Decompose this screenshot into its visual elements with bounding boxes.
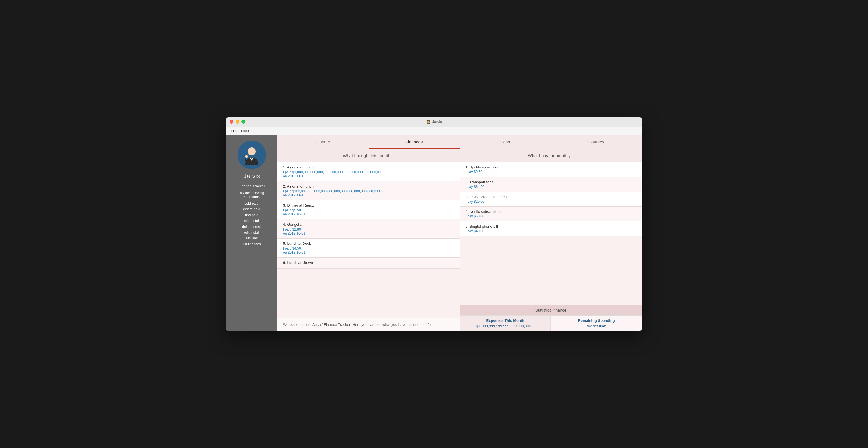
fullscreen-button[interactable] <box>242 120 245 124</box>
monthly-title: 2. Transport fees <box>466 180 637 184</box>
content-area: Planner Finances Ccas Courses What I bou… <box>277 135 642 331</box>
monthly-item: 2. Transport fees I pay $84.50 <box>460 177 642 192</box>
two-column-layout: What I bought this month... 1. Astons fo… <box>277 149 642 331</box>
remaining-value: try: set-limit <box>556 324 637 328</box>
tab-planner[interactable]: Planner <box>277 135 369 149</box>
cmd-add-paid: add-paid <box>242 201 261 206</box>
item-title: 2. Astons for lunch <box>283 184 454 188</box>
list-item: 6. Lunch at Utown <box>277 258 460 269</box>
item-sub: I paid $4.50 <box>283 247 454 251</box>
monthly-sub: I pay $9.50 <box>466 170 637 174</box>
main-layout: Jarvis Finance Tracker Try the following… <box>226 135 642 331</box>
left-column: What I bought this month... 1. Astons fo… <box>277 149 460 331</box>
tab-ccas[interactable]: Ccas <box>460 135 551 149</box>
monthly-item: 4. Netflix subscription I pay $60.00 <box>460 206 642 221</box>
item-date: on 2019-11-15 <box>283 174 454 178</box>
sidebar-commands: add-paid delete-paid find-paid add-insta… <box>242 201 261 247</box>
list-item: 5. Lunch at Deck I paid $4.50 on 2019-10… <box>277 238 460 258</box>
cmd-set-limit: set-limit <box>242 235 261 241</box>
right-column: What I pay for monthly... 1. Spotify sub… <box>460 149 642 331</box>
list-item: 2. Astons for lunch I paid $100,000,000,… <box>277 181 460 200</box>
cmd-edit-install: edit-install <box>242 230 261 235</box>
cmd-add-install: add-install <box>242 218 261 224</box>
item-title: 6. Lunch at Utown <box>283 260 454 265</box>
remaining-label: Remaining Spending <box>556 319 637 323</box>
monthly-sub: I pay $20.00 <box>466 199 637 203</box>
monthly-title: 5. Singtel phone bill <box>466 224 637 229</box>
item-date: on 2019-10-31 <box>283 251 454 254</box>
stats-remaining-cell: Remaining Spending try: set-limit <box>551 315 642 331</box>
expenses-value: $1,099,999,999,999,999,900,000... <box>465 324 546 328</box>
monthly-title: 3. OCBC credit card fees <box>466 195 637 199</box>
list-item: 3. Dinner at Reedz I paid $5.50 on 2019-… <box>277 200 460 219</box>
bought-list: 1. Astons for lunch I paid $1,000,000,00… <box>277 162 460 318</box>
app-window: 🤵 Jarvis File Help <box>226 117 642 331</box>
stats-expenses-cell: Expenses This Month $1,099,999,999,999,9… <box>460 315 551 331</box>
sidebar: Jarvis Finance Tracker Try the following… <box>226 135 277 331</box>
title-bar: 🤵 Jarvis <box>226 117 642 127</box>
traffic-lights <box>229 120 245 124</box>
statistics-header: Statistics: finance <box>460 305 642 315</box>
tab-bar: Planner Finances Ccas Courses <box>277 135 642 149</box>
tab-courses[interactable]: Courses <box>551 135 642 149</box>
menu-bar: File Help <box>226 127 642 135</box>
stats-table: Expenses This Month $1,099,999,999,999,9… <box>460 315 642 331</box>
expenses-label: Expenses This Month <box>465 319 546 323</box>
monthly-list: 1. Spotify subscription I pay $9.50 2. T… <box>460 162 642 305</box>
menu-help[interactable]: Help <box>241 129 249 133</box>
list-item: 1. Astons for lunch I paid $1,000,000,00… <box>277 162 460 181</box>
item-date: on 2019-10-31 <box>283 231 454 235</box>
cmd-delete-paid: delete-paid <box>242 206 261 212</box>
svg-point-0 <box>248 148 256 155</box>
minimize-button[interactable] <box>236 120 239 124</box>
cmd-find-paid: find-paid <box>242 212 261 218</box>
monthly-sub: I pay $40.00 <box>466 229 637 233</box>
list-item: 4. Gongcha I paid $2.80 on 2019-10-31 <box>277 219 460 238</box>
window-title: 🤵 Jarvis <box>426 120 442 124</box>
monthly-title: 1. Spotify subscription <box>466 165 637 169</box>
right-col-header: What I pay for monthly... <box>460 149 642 162</box>
cmd-list-finances: list-finances <box>242 242 261 247</box>
item-title: 5. Lunch at Deck <box>283 242 454 246</box>
avatar-image <box>240 143 263 166</box>
item-sub: I paid $2.80 <box>283 227 454 231</box>
svg-point-1 <box>245 155 248 158</box>
left-col-header: What I bought this month... <box>277 149 460 162</box>
item-sub: I paid $1,000,000,000,000,000,000,000,00… <box>283 170 454 174</box>
close-button[interactable] <box>229 120 233 124</box>
menu-file[interactable]: File <box>231 129 237 133</box>
item-date: on 2019-10-31 <box>283 212 454 216</box>
item-title: 1. Astons for lunch <box>283 165 454 169</box>
monthly-item: 1. Spotify subscription I pay $9.50 <box>460 162 642 177</box>
monthly-item: 3. OCBC credit card fees I pay $20.00 <box>460 192 642 206</box>
sidebar-feature: Finance Tracker <box>238 184 265 188</box>
item-title: 3. Dinner at Reedz <box>283 203 454 207</box>
item-sub: I paid $100,000,000,000,000,000,000,000,… <box>283 189 454 193</box>
sidebar-name: Jarvis <box>244 172 260 180</box>
item-date: on 2019-11-15 <box>283 193 454 197</box>
avatar <box>238 140 266 169</box>
welcome-message: Welcome back to Jarvis' Finance Tracker!… <box>277 318 460 331</box>
monthly-title: 4. Netflix subscription <box>466 210 637 214</box>
monthly-sub: I pay $60.00 <box>466 214 637 218</box>
item-title: 4. Gongcha <box>283 222 454 227</box>
monthly-sub: I pay $84.50 <box>466 185 637 189</box>
jarvis-icon: 🤵 <box>426 120 431 124</box>
tab-finances[interactable]: Finances <box>369 135 460 149</box>
item-sub: I paid $5.50 <box>283 209 454 212</box>
sidebar-commands-label: Try the following commands: <box>231 191 273 199</box>
monthly-item: 5. Singtel phone bill I pay $40.00 <box>460 221 642 236</box>
cmd-delete-install: delete-install <box>242 224 261 230</box>
